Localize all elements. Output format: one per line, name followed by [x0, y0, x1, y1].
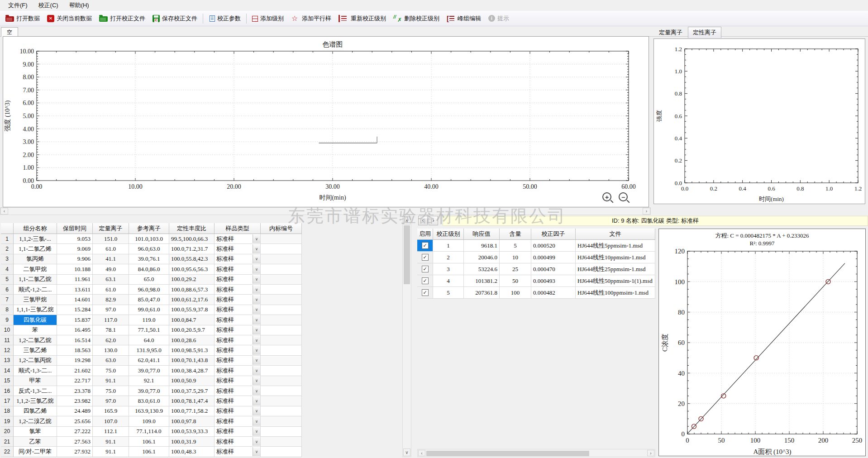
- sample-type-combobox[interactable]: 标准样∨: [215, 345, 261, 355]
- chevron-down-icon[interactable]: ∨: [253, 407, 260, 415]
- istd-cell[interactable]: [261, 254, 302, 264]
- abundance-ratio-cell[interactable]: 100.0,95.6,56.3: [169, 264, 215, 274]
- calibration-hscrollbar[interactable]: ‹ ›: [417, 449, 655, 457]
- enable-cell[interactable]: ✓: [417, 263, 433, 275]
- ref-ion-cell[interactable]: 85.0,47.0: [129, 295, 169, 305]
- quant-ion-cell[interactable]: 61.0: [93, 244, 129, 254]
- abundance-ratio-cell[interactable]: 100.0,71.2,31.7: [169, 244, 215, 254]
- sample-type-combobox[interactable]: 标准样∨: [215, 335, 261, 345]
- ref-ion-cell[interactable]: 92.1: [129, 376, 169, 386]
- istd-cell[interactable]: [261, 386, 302, 396]
- retention-time-cell[interactable]: 14.601: [57, 295, 93, 305]
- row-number[interactable]: 19: [1, 416, 14, 426]
- enable-cell[interactable]: ✓: [417, 287, 433, 299]
- istd-cell[interactable]: [261, 285, 302, 295]
- row-number[interactable]: 13: [1, 356, 14, 366]
- row-number[interactable]: 18: [1, 406, 14, 416]
- istd-cell[interactable]: [261, 416, 302, 426]
- abundance-ratio-cell[interactable]: 100.0,77.1,58.2: [169, 406, 215, 416]
- tab-qual-ion[interactable]: 定性离子: [688, 27, 721, 38]
- chevron-down-icon[interactable]: ∨: [253, 295, 260, 304]
- level-cell[interactable]: 1: [433, 240, 464, 252]
- checkbox-icon[interactable]: ✓: [422, 254, 429, 261]
- ref-ion-cell[interactable]: 131.9,95.0: [129, 345, 169, 355]
- sample-type-combobox[interactable]: 标准样∨: [215, 254, 261, 264]
- component-name-cell[interactable]: 1,1,2-三氯乙烷: [14, 396, 57, 406]
- abundance-ratio-cell[interactable]: 100.0,55.9,37.8: [169, 305, 215, 315]
- table-row[interactable]: 11,1,2-三氯-...9.053151.0101.0,103.099.5,1…: [1, 234, 302, 244]
- sample-type-combobox[interactable]: 标准样∨: [215, 325, 261, 335]
- ref-ion-cell[interactable]: 77.1,50.1: [129, 325, 169, 335]
- ref-ion-cell[interactable]: 83.0,61.0: [129, 396, 169, 406]
- toolbar-save-calibration-file-button[interactable]: 保存校正文件: [149, 13, 200, 24]
- sample-type-combobox[interactable]: 标准样∨: [215, 437, 261, 447]
- calibration-row[interactable]: ✓353224.6250.000470HJ644线性25ppmsim-1.msd: [417, 263, 655, 275]
- toolbar-open-calibration-file-button[interactable]: 打开校正文件: [96, 13, 148, 24]
- ref-ion-cell[interactable]: 77.1,114.0: [129, 427, 169, 437]
- retention-time-cell[interactable]: 27.563: [57, 437, 93, 447]
- enable-cell[interactable]: ✓: [417, 275, 433, 287]
- component-name-cell[interactable]: 1,1-二氯乙烷: [14, 275, 57, 285]
- sample-type-combobox[interactable]: 标准样∨: [215, 376, 261, 386]
- file-cell[interactable]: HJ644线性50ppmsim-1(1).msd: [576, 275, 655, 287]
- file-cell[interactable]: HJ644线性25ppmsim-1.msd: [576, 263, 655, 275]
- chevron-down-icon[interactable]: ∨: [253, 447, 260, 456]
- component-name-cell[interactable]: 二氯甲烷: [14, 264, 57, 274]
- factor-cell[interactable]: 0.000482: [531, 287, 576, 299]
- istd-cell[interactable]: [261, 315, 302, 325]
- sample-type-combobox[interactable]: 标准样∨: [215, 427, 261, 437]
- row-number[interactable]: 21: [1, 437, 14, 447]
- istd-cell[interactable]: [261, 234, 302, 244]
- retention-time-cell[interactable]: 9.069: [57, 244, 93, 254]
- scroll-up-icon[interactable]: ∧: [403, 217, 410, 224]
- table-row[interactable]: 10苯16.49578.177.1,50.1100.0,20.5,9.7标准样∨: [1, 325, 302, 335]
- amount-cell[interactable]: 10: [500, 252, 531, 263]
- file-cell[interactable]: HJ644线性10ppmsim-1.msd: [576, 252, 655, 263]
- level-prev-button[interactable]: ‹: [418, 216, 428, 225]
- toolbar-add-parallel-sample-button[interactable]: 添加平行样: [288, 13, 334, 24]
- calibration-row[interactable]: ✓220046.0100.000499HJ644线性10ppmsim-1.msd: [417, 252, 655, 263]
- level-cell[interactable]: 4: [433, 275, 464, 287]
- row-number[interactable]: 20: [1, 427, 14, 437]
- table-row[interactable]: 81,1,1-三氯乙烷15.28497.099.0,61.0100.0,55.9…: [1, 305, 302, 315]
- table-row[interactable]: 15甲苯22.71791.192.1100.0,50.9标准样∨: [1, 376, 302, 386]
- istd-cell[interactable]: [261, 275, 302, 285]
- component-name-cell[interactable]: 氯苯: [14, 427, 57, 437]
- checkbox-icon[interactable]: ✓: [422, 289, 429, 296]
- ref-ion-cell[interactable]: 106.1: [129, 437, 169, 447]
- quant-ion-cell[interactable]: 75.0: [93, 366, 129, 376]
- chevron-down-icon[interactable]: ∨: [253, 255, 260, 263]
- quant-ion-cell[interactable]: 63.1: [93, 275, 129, 285]
- istd-cell[interactable]: [261, 406, 302, 416]
- chevron-down-icon[interactable]: ∨: [253, 417, 260, 425]
- toolbar-add-level-button[interactable]: 添加级别: [249, 13, 287, 24]
- retention-time-cell[interactable]: 16.514: [57, 335, 93, 345]
- row-number[interactable]: 7: [1, 295, 14, 305]
- component-name-cell[interactable]: 反式-1,3-二...: [14, 386, 57, 396]
- factor-cell[interactable]: 0.000493: [531, 275, 576, 287]
- table-row[interactable]: 21乙苯27.56391.1106.1100.0,31.9标准样∨: [1, 437, 302, 447]
- table-row[interactable]: 171,1,2-三氯乙烷23.98297.083.0,61.0100.0,78.…: [1, 396, 302, 406]
- retention-time-cell[interactable]: 10.188: [57, 264, 93, 274]
- quant-ion-cell[interactable]: 82.9: [93, 295, 129, 305]
- istd-cell[interactable]: [261, 396, 302, 406]
- quant-ion-cell[interactable]: 41.1: [93, 254, 129, 264]
- amount-cell[interactable]: 25: [500, 263, 531, 275]
- abundance-ratio-cell[interactable]: 100.0,61.2,17.6: [169, 295, 215, 305]
- chevron-down-icon[interactable]: ∨: [253, 265, 260, 273]
- level-cell[interactable]: 3: [433, 263, 464, 275]
- component-name-cell[interactable]: 三氯乙烯: [14, 345, 57, 355]
- table-row[interactable]: 51,1-二氯乙烷11.96163.165.0100.0,29.2标准样∨: [1, 275, 302, 285]
- response-cell[interactable]: 101381.2: [464, 275, 500, 287]
- abundance-ratio-cell[interactable]: 100.0,38.4,28.7: [169, 366, 215, 376]
- sample-type-combobox[interactable]: 标准样∨: [215, 366, 261, 376]
- component-name-cell[interactable]: 间/对-二甲苯: [14, 447, 57, 457]
- sample-type-combobox[interactable]: 标准样∨: [215, 305, 261, 315]
- istd-cell[interactable]: [261, 264, 302, 274]
- quant-ion-cell[interactable]: 130.0: [93, 345, 129, 355]
- row-number[interactable]: 9: [1, 315, 14, 325]
- scroll-left-icon[interactable]: ‹: [0, 208, 8, 215]
- abundance-ratio-cell[interactable]: 99.5,100.0,66.3: [169, 234, 215, 244]
- abundance-ratio-cell[interactable]: 100.0,37.5,29.7: [169, 386, 215, 396]
- chevron-down-icon[interactable]: ∨: [253, 285, 260, 294]
